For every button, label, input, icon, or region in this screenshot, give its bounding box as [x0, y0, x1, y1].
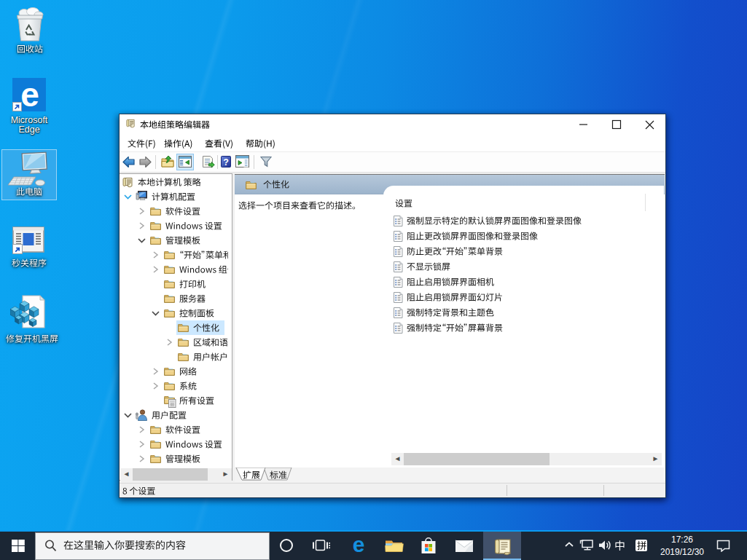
svg-text:?: ?	[223, 157, 229, 167]
svg-text:e: e	[20, 78, 39, 111]
